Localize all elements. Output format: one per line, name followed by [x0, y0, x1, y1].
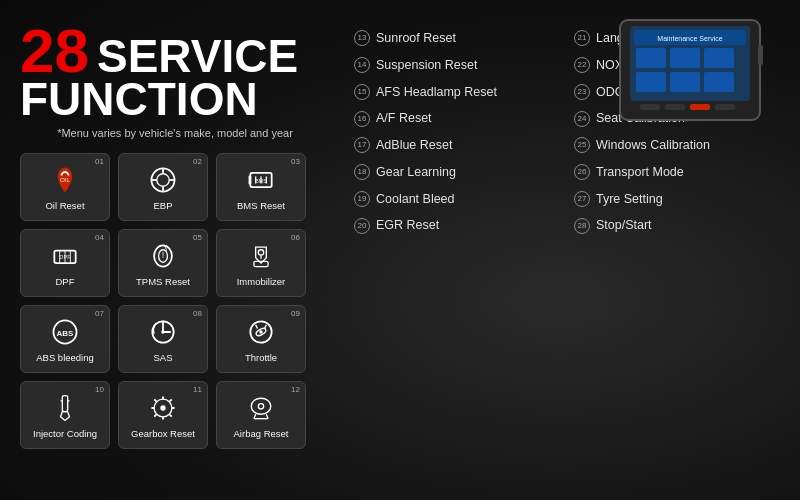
- function-text: FUNCTION: [20, 76, 330, 122]
- service-item: 26 Transport Mode: [570, 160, 790, 185]
- service-number: 17: [354, 137, 370, 153]
- icon-abs-bleeding[interactable]: 07 ABS ABS bleeding: [20, 305, 110, 373]
- service-number: 18: [354, 164, 370, 180]
- svg-point-30: [259, 331, 263, 335]
- left-panel: 28 SERVICE FUNCTION *Menu varies by vehi…: [0, 0, 340, 500]
- service-name: A/F Reset: [376, 109, 432, 128]
- dpf-icon: DPF: [48, 239, 82, 273]
- svg-text:Maintenance Service: Maintenance Service: [657, 35, 722, 42]
- svg-rect-8: [249, 176, 252, 185]
- service-name: Suspension Reset: [376, 56, 477, 75]
- injector-icon: [48, 391, 82, 425]
- service-number: 21: [574, 30, 590, 46]
- tpms-icon: !: [146, 239, 180, 273]
- svg-rect-52: [665, 104, 685, 110]
- svg-text:DPF: DPF: [59, 254, 71, 260]
- icon-gearbox-reset[interactable]: 11 Gearbox Reset: [118, 381, 208, 449]
- service-item: 16 A/F Reset: [350, 106, 570, 131]
- icon-injector-coding[interactable]: 10 Injector Coding: [20, 381, 110, 449]
- tpms-reset-label: TPMS Reset: [136, 276, 190, 287]
- svg-line-31: [256, 325, 258, 329]
- service-number: 13: [354, 30, 370, 46]
- bms-icon: BMS: [244, 163, 278, 197]
- service-number: 23: [574, 84, 590, 100]
- svg-point-2: [157, 174, 169, 186]
- icon-tpms-reset[interactable]: 05 ! TPMS Reset: [118, 229, 208, 297]
- abs-bleeding-label: ABS bleeding: [36, 352, 94, 363]
- service-name: Transport Mode: [596, 163, 684, 182]
- service-name: Tyre Setting: [596, 190, 663, 209]
- gearbox-icon: [146, 391, 180, 425]
- service-item: 28 Stop/Start: [570, 213, 790, 238]
- service-number: 27: [574, 191, 590, 207]
- svg-text:OIL: OIL: [60, 176, 71, 183]
- immobilizer-label: Immobilizer: [237, 276, 286, 287]
- device-illustration: Maintenance Service: [590, 10, 790, 140]
- ebp-label: EBP: [153, 200, 172, 211]
- svg-rect-50: [704, 72, 734, 92]
- service-name: EGR Reset: [376, 216, 439, 235]
- services-col-1: 13 Sunroof Reset 14 Suspension Reset 15 …: [350, 26, 570, 490]
- throttle-icon: [244, 315, 278, 349]
- gearbox-reset-label: Gearbox Reset: [131, 428, 195, 439]
- icon-grid: 01 OIL Oil Reset 02: [20, 153, 330, 449]
- throttle-label: Throttle: [245, 352, 277, 363]
- service-number: 16: [354, 111, 370, 127]
- service-item: 13 Sunroof Reset: [350, 26, 570, 51]
- icon-oil-reset[interactable]: 01 OIL Oil Reset: [20, 153, 110, 221]
- right-panel: Maintenance Service: [340, 0, 800, 500]
- service-number: 20: [354, 218, 370, 234]
- svg-rect-45: [636, 48, 666, 68]
- svg-point-21: [258, 250, 263, 255]
- svg-rect-47: [704, 48, 734, 68]
- device-area: Maintenance Service: [590, 10, 790, 140]
- icon-bms-reset[interactable]: 03 BMS BMS Reset: [216, 153, 306, 221]
- sas-icon: [146, 315, 180, 349]
- service-item: 19 Coolant Bleed: [350, 187, 570, 212]
- svg-rect-53: [690, 104, 710, 110]
- service-item: 18 Gear Learning: [350, 160, 570, 185]
- bms-reset-label: BMS Reset: [237, 200, 285, 211]
- svg-text:!: !: [162, 250, 164, 260]
- abs-icon: ABS: [48, 315, 82, 349]
- immobilizer-icon: [244, 239, 278, 273]
- sas-label: SAS: [153, 352, 172, 363]
- icon-throttle[interactable]: 09 Throttle: [216, 305, 306, 373]
- svg-point-38: [251, 399, 271, 415]
- oil-reset-label: Oil Reset: [45, 200, 84, 211]
- svg-rect-54: [715, 104, 735, 110]
- svg-point-27: [161, 331, 165, 335]
- icon-sas[interactable]: 08 SAS: [118, 305, 208, 373]
- service-item: 27 Tyre Setting: [570, 187, 790, 212]
- service-name: Coolant Bleed: [376, 190, 455, 209]
- service-item: 17 AdBlue Reset: [350, 133, 570, 158]
- svg-rect-55: [758, 45, 763, 65]
- service-name: Sunroof Reset: [376, 29, 456, 48]
- svg-rect-49: [670, 72, 700, 92]
- service-number: 15: [354, 84, 370, 100]
- svg-line-32: [265, 325, 267, 329]
- service-number: 28: [574, 218, 590, 234]
- service-number: 22: [574, 57, 590, 73]
- svg-text:BMS: BMS: [255, 178, 267, 184]
- title-block: 28 SERVICE FUNCTION *Menu varies by vehi…: [20, 20, 330, 141]
- icon-ebp[interactable]: 02 EBP: [118, 153, 208, 221]
- airbag-reset-label: Airbag Reset: [234, 428, 289, 439]
- svg-text:ABS: ABS: [57, 329, 75, 338]
- icon-dpf[interactable]: 04 DPF DPF: [20, 229, 110, 297]
- icon-airbag-reset[interactable]: 12 Airbag Reset: [216, 381, 306, 449]
- svg-point-40: [258, 404, 263, 409]
- service-item: 14 Suspension Reset: [350, 53, 570, 78]
- svg-rect-33: [62, 396, 67, 412]
- service-name: AFS Headlamp Reset: [376, 83, 497, 102]
- service-number: 19: [354, 191, 370, 207]
- oil-icon: OIL: [48, 163, 82, 197]
- service-item: 20 EGR Reset: [350, 213, 570, 238]
- dpf-label: DPF: [56, 276, 75, 287]
- svg-rect-51: [640, 104, 660, 110]
- icon-immobilizer[interactable]: 06 Immobilizer: [216, 229, 306, 297]
- main-content: 28 SERVICE FUNCTION *Menu varies by vehi…: [0, 0, 800, 500]
- ebp-icon: [146, 163, 180, 197]
- svg-rect-46: [670, 48, 700, 68]
- service-name: AdBlue Reset: [376, 136, 452, 155]
